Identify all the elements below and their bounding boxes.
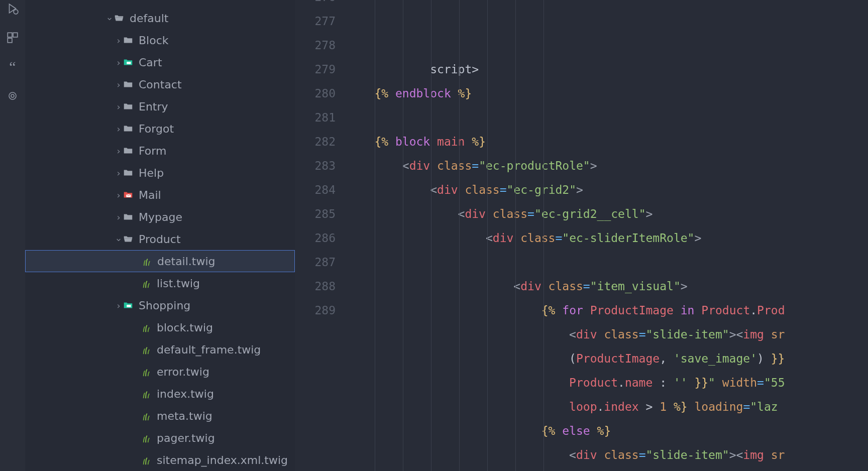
folder-icon <box>123 300 134 311</box>
twig-file-icon <box>141 366 152 377</box>
line-number: 287 <box>295 250 336 274</box>
twig-file-icon <box>141 256 152 267</box>
svg-rect-2 <box>8 33 12 37</box>
file-error-twig[interactable]: error.twig <box>25 361 295 383</box>
line-number: 282 <box>295 130 336 154</box>
chevron-right-icon <box>115 35 123 46</box>
chevron-down-icon <box>105 13 114 24</box>
file-block-twig[interactable]: block.twig <box>25 316 295 338</box>
chevron-right-icon <box>115 146 123 156</box>
code-line[interactable]: (ProductImage, 'save_image') }} <box>347 346 868 371</box>
code-line[interactable]: {% else %} <box>347 419 868 443</box>
line-number: 289 <box>295 298 336 322</box>
svg-marker-0 <box>10 4 16 13</box>
tree-label: default <box>130 12 168 25</box>
tree-label: Product <box>139 233 181 246</box>
folder-icon <box>123 79 134 90</box>
code-line[interactable]: <div class="slide-item"><img sr <box>347 322 868 346</box>
code-line[interactable]: script> <box>347 57 868 81</box>
code-line[interactable]: <div class="ec-sliderItemRole"> <box>347 226 868 250</box>
file-meta-twig[interactable]: meta.twig <box>25 405 295 427</box>
tree-label: Cart <box>139 56 162 69</box>
file-index-twig[interactable]: index.twig <box>25 383 295 405</box>
code-line[interactable]: no_image_product, 'save_image') <box>347 467 868 471</box>
code-line[interactable]: <div class="item_visual"> <box>347 274 868 298</box>
folder-contact[interactable]: Contact <box>25 73 295 95</box>
twig-file-icon <box>141 388 152 399</box>
file-list-twig[interactable]: list.twig <box>25 272 295 294</box>
folder-block[interactable]: Block <box>25 29 295 51</box>
line-number: 285 <box>295 202 336 226</box>
folder-entry[interactable]: Entry <box>25 95 295 117</box>
folder-shopping[interactable]: Shopping <box>25 294 295 316</box>
svg-point-1 <box>14 10 18 14</box>
app-root: “ defaultBlockCartContactEntryForgotForm… <box>0 0 868 471</box>
svg-point-5 <box>9 92 16 99</box>
code-line[interactable] <box>347 105 868 130</box>
tree-label: sitemap_index.xml.twig <box>157 454 288 466</box>
line-number: 281 <box>295 105 336 130</box>
tree-label: detail.twig <box>157 255 215 268</box>
chevron-right-icon <box>115 101 123 112</box>
chevron-right-icon <box>115 190 123 200</box>
file-detail-twig[interactable]: detail.twig <box>25 250 295 272</box>
tree-label: Mypage <box>139 211 182 223</box>
svg-rect-4 <box>8 38 12 43</box>
code-line[interactable]: Product.name : '' }}" width="55 <box>347 371 868 395</box>
tree-label: Form <box>139 145 166 157</box>
code-line[interactable]: <div class="ec-productRole"> <box>347 154 868 178</box>
chevron-down-icon <box>115 234 123 245</box>
folder-icon <box>123 101 134 112</box>
file-sitemap-index-xml-twig[interactable]: sitemap_index.xml.twig <box>25 449 295 471</box>
code-line[interactable]: <div class="slide-item"><img sr <box>347 443 868 467</box>
folder-icon <box>123 35 134 46</box>
extensions-icon[interactable] <box>6 31 20 45</box>
twig-file-icon <box>141 454 152 465</box>
tree-label: pager.twig <box>157 432 215 444</box>
tree-label: meta.twig <box>157 410 212 422</box>
twig-file-icon <box>141 278 152 289</box>
tree-label: Shopping <box>139 299 190 312</box>
tree-label: Contact <box>139 78 182 91</box>
folder-forgot[interactable]: Forgot <box>25 117 295 140</box>
folder-icon <box>123 123 134 134</box>
line-number: 286 <box>295 226 336 250</box>
chevron-right-icon <box>115 168 123 178</box>
twig-file-icon <box>141 410 152 421</box>
run-icon[interactable] <box>6 2 20 16</box>
folder-default[interactable]: default <box>25 7 295 29</box>
code-line[interactable] <box>347 250 868 274</box>
line-number: 283 <box>295 154 336 178</box>
gutter: 2762772782792802812822832842852862872882… <box>295 0 347 471</box>
code-line[interactable]: {% block main %} <box>347 130 868 154</box>
quote-icon[interactable]: “ <box>6 60 20 74</box>
line-number: 288 <box>295 274 336 298</box>
chevron-right-icon <box>115 79 123 90</box>
file-pager-twig[interactable]: pager.twig <box>25 427 295 449</box>
folder-help[interactable]: Help <box>25 162 295 184</box>
folder-cart[interactable]: Cart <box>25 51 295 73</box>
line-number: 279 <box>295 57 336 81</box>
svg-rect-3 <box>13 33 18 37</box>
code-editor[interactable]: 2762772782792802812822832842852862872882… <box>295 0 868 471</box>
folder-icon <box>123 167 134 178</box>
code-line[interactable]: <div class="ec-grid2__cell"> <box>347 202 868 226</box>
code-line[interactable]: {% for ProductImage in Product.Prod <box>347 298 868 322</box>
folder-form[interactable]: Form <box>25 140 295 162</box>
code-line[interactable]: {% endblock %} <box>347 81 868 105</box>
svg-point-6 <box>11 94 14 97</box>
folder-icon <box>123 145 134 156</box>
code-area[interactable]: script> {% endblock %} {% block main %} … <box>347 0 868 471</box>
tree-label: default_frame.twig <box>157 343 261 356</box>
folder-mypage[interactable]: Mypage <box>25 206 295 228</box>
ai-icon[interactable] <box>6 89 20 103</box>
file-default-frame-twig[interactable]: default_frame.twig <box>25 338 295 361</box>
tree-label: Mail <box>139 189 161 201</box>
code-line[interactable]: loop.index > 1 %} loading="laz <box>347 395 868 419</box>
folder-mail[interactable]: Mail <box>25 184 295 206</box>
tree-label: error.twig <box>157 366 209 378</box>
folder-product[interactable]: Product <box>25 228 295 250</box>
twig-file-icon <box>141 344 152 355</box>
activity-bar: “ <box>0 0 25 471</box>
code-line[interactable]: <div class="ec-grid2"> <box>347 178 868 202</box>
